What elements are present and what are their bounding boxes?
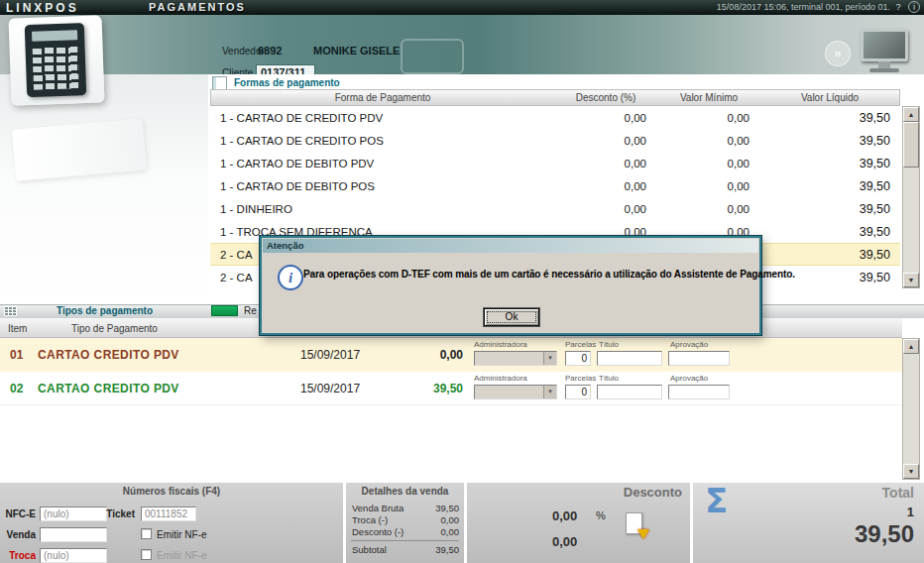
ticket-field[interactable]: 00111852	[141, 507, 196, 521]
emitir-nfe-label: Emitir NF-e	[157, 529, 207, 540]
emitir-nfe-checkbox[interactable]	[141, 528, 152, 539]
partial-tab-label: Re	[244, 305, 257, 316]
tipos-row[interactable]: 02 CARTAO CREDITO PDV 15/09/2017 39,50 A…	[0, 372, 902, 405]
header-banner: » Vendedor 6892 MONIKE GISELE Cliente 01…	[0, 15, 924, 74]
column-header-valor-minimo: Valor Mínimo	[657, 92, 760, 103]
calculator-body	[25, 23, 87, 97]
cell-tipo: CARTAO CREDITO PDV	[38, 348, 179, 362]
chevron-circle-icon: »	[825, 41, 851, 66]
detail-value: 39,50	[435, 544, 459, 555]
cell-desconto: 0,00	[553, 112, 656, 124]
detail-label: Venda Bruta	[352, 503, 404, 513]
aprovacao-field[interactable]	[668, 385, 730, 399]
tipos-tab[interactable]: Tipos de pagamento	[57, 305, 153, 316]
column-header-forma: Forma de Pagamento	[211, 92, 554, 103]
detail-label: Desconto (-)	[352, 526, 404, 537]
column-header-valor-liquido: Valor Líquido	[760, 92, 899, 103]
tipos-row[interactable]: 01 CARTAO CREDITO PDV 15/09/2017 0,00 Ad…	[0, 338, 902, 372]
tipos-scrollbar[interactable]: ▲ ▼	[902, 338, 920, 480]
calculator-keypad	[32, 45, 79, 90]
page-title: PAGAMENTOS	[149, 1, 246, 13]
troca-label: Troca	[0, 550, 36, 561]
computer-icon	[857, 29, 912, 80]
troca-field[interactable]: (nulo)	[40, 548, 107, 563]
formas-row[interactable]: 1 - CARTAO DE CREDITO POS 0,00 0,00 39,5…	[210, 129, 900, 152]
parcelas-label: Parcelas	[565, 340, 596, 349]
cell-forma: 1 - CARTAO DE CREDITO POS	[210, 135, 553, 147]
formas-row[interactable]: 1 - CARTAO DE DEBITO POS 0,00 0,00 39,50	[210, 174, 900, 197]
formas-tab[interactable]: Formas de pagamento	[234, 77, 340, 88]
decorative-outline	[401, 39, 464, 74]
formas-row[interactable]: 1 - CARTAO DE CREDITO PDV 0,00 0,00 39,5…	[210, 106, 900, 129]
chevron-down-icon[interactable]: ▼	[543, 352, 556, 365]
titulo-field[interactable]	[597, 351, 662, 366]
administradora-select[interactable]: ▼	[474, 385, 557, 399]
parcelas-field[interactable]: 0	[565, 385, 591, 399]
monitor-base	[869, 68, 899, 72]
emitir-nfe-checkbox-disabled[interactable]	[141, 549, 152, 560]
cell-forma: 1 - CARTAO DE DEBITO PDV	[210, 158, 553, 169]
help-icon[interactable]: ?	[892, 1, 904, 13]
column-header-item: Item	[8, 323, 27, 334]
detalhes-venda-panel: Detalhes da venda Venda Bruta 39,50 Troc…	[346, 483, 464, 563]
cell-desconto: 0,00	[553, 135, 656, 147]
titulo-field[interactable]	[597, 385, 662, 399]
parcelas-field[interactable]: 0	[565, 351, 591, 366]
item-count: 1	[907, 505, 914, 519]
chevron-down-icon[interactable]: ▼	[543, 386, 556, 398]
scroll-up-icon[interactable]: ▲	[903, 339, 919, 354]
column-header-tipo: Tipo de Pagamento	[71, 323, 158, 334]
cell-forma: 1 - CARTAO DE DEBITO POS	[210, 180, 553, 192]
formas-row[interactable]: 1 - CARTAO DE DEBITO PDV 0,00 0,00 39,50	[210, 152, 900, 174]
ticket-label: Ticket	[99, 508, 135, 519]
total-panel: Σ Total 1 39,50	[693, 483, 924, 563]
venda-field[interactable]	[40, 527, 107, 542]
detail-label: Troca (-)	[352, 514, 388, 525]
scroll-down-icon[interactable]: ▼	[903, 273, 919, 287]
nfce-field[interactable]: (nulo)	[40, 507, 107, 521]
cell-liquido: 39,50	[759, 225, 898, 239]
formas-row[interactable]: 1 - DINHEIRO 0,00 0,00 39,50	[210, 197, 900, 220]
cell-minimo: 0,00	[656, 135, 759, 147]
info-icon[interactable]: i	[908, 1, 920, 13]
vendedor-name: MONIKE GISELE	[313, 45, 400, 56]
cell-forma: 1 - CARTAO DE CREDITO PDV	[210, 112, 553, 124]
cell-desconto: 0,00	[553, 180, 656, 192]
cell-tipo: CARTAO CREDITO PDV	[38, 382, 179, 395]
titlebar: LINXPOS PAGAMENTOS 15/08/2017 15:06, ter…	[0, 0, 924, 15]
detail-row: Troca (-) 0,00	[352, 514, 459, 525]
titulo-label: Título	[599, 374, 619, 383]
administradora-select[interactable]: ▼	[474, 351, 557, 366]
monitor-screen	[861, 29, 908, 61]
ok-button[interactable]: Ok	[484, 308, 539, 326]
scroll-down-icon[interactable]: ▼	[903, 464, 919, 479]
cell-liquido: 39,50	[759, 179, 898, 193]
titulo-label: Título	[599, 340, 619, 349]
numeros-fiscais-panel: Números fiscais (F4) NFC-E (nulo) Ticket…	[0, 483, 343, 563]
scrollbar-thumb[interactable]	[903, 122, 919, 168]
cell-valor: 0,00	[392, 348, 463, 362]
cell-desconto: 0,00	[553, 158, 656, 169]
cell-valor: 39,50	[392, 382, 463, 395]
discount-document-icon[interactable]	[626, 512, 649, 539]
cell-data: 15/09/2017	[300, 382, 360, 395]
attention-dialog: Atenção i Para operações com D-TEF com m…	[260, 236, 761, 335]
cell-liquido: 39,50	[759, 248, 898, 262]
nfce-label: NFC-E	[0, 508, 36, 519]
panel-title: Desconto	[624, 485, 682, 500]
cell-item: 02	[10, 382, 23, 395]
detail-row: Venda Bruta 39,50	[352, 503, 459, 513]
cell-liquido: 39,50	[759, 134, 898, 148]
aprovacao-label: Aprovação	[670, 340, 708, 349]
percent-symbol: %	[596, 509, 606, 521]
formas-scrollbar[interactable]: ▲ ▼	[902, 106, 920, 288]
status-indicator	[211, 305, 238, 316]
aprovacao-field[interactable]	[668, 351, 730, 366]
discount-percent-value: 0,00	[552, 508, 577, 523]
detail-value: 0,00	[441, 526, 460, 537]
scroll-up-icon[interactable]: ▲	[903, 107, 919, 122]
emitir-nfe-label-disabled: Emitir NF-e	[157, 550, 207, 561]
dialog-message: Para operações com D-TEF com mais de um …	[303, 269, 757, 280]
cell-minimo: 0,00	[656, 158, 759, 169]
calculator-image	[8, 15, 104, 105]
